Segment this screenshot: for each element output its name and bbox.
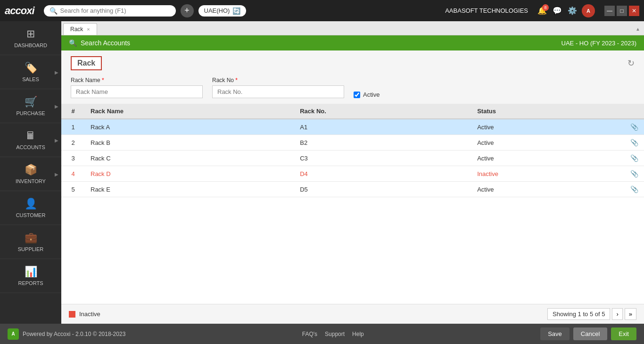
sidebar-item-label: PURCHASE	[16, 110, 45, 116]
edit-icon[interactable]: 📎	[630, 170, 638, 177]
avatar[interactable]: A	[582, 4, 595, 17]
sidebar-item-sales[interactable]: 🏷️ SALES ▶	[0, 55, 61, 89]
powered-text: Powered by Accoxi - 2.0.10 © 2018-2023	[23, 331, 125, 337]
table-row[interactable]: 3Rack CC3Active📎	[61, 151, 644, 166]
chevron-right-icon: ▶	[55, 137, 58, 143]
faq-link[interactable]: FAQ's	[302, 331, 317, 337]
save-button[interactable]: Save	[540, 327, 570, 340]
sidebar-item-reports[interactable]: 📊 REPORTS	[0, 259, 61, 293]
chevron-right-icon: ▶	[55, 171, 58, 176]
cell-rack-no: C3	[294, 151, 471, 166]
minimize-button[interactable]: —	[604, 6, 615, 16]
col-num: #	[61, 104, 85, 119]
sales-icon: 🏷️	[25, 62, 37, 74]
pagination: Showing 1 to 5 of 5 › »	[547, 308, 636, 320]
cell-action: 📎	[625, 135, 644, 151]
exit-button[interactable]: Exit	[611, 327, 636, 340]
tab-close-icon[interactable]: ×	[87, 26, 90, 32]
powered-by: A Powered by Accoxi - 2.0.10 © 2018-2023	[8, 328, 125, 340]
window-close-button[interactable]: ✕	[629, 6, 639, 16]
form-title-row: Rack ↻	[71, 56, 635, 70]
cell-status: Active	[471, 135, 625, 151]
support-link[interactable]: Support	[325, 331, 345, 337]
form-refresh-button[interactable]: ↻	[627, 58, 635, 68]
customer-icon: 👤	[25, 198, 37, 210]
cell-action: 📎	[625, 151, 644, 166]
tab-expand-icon[interactable]: ▲	[634, 26, 642, 32]
sidebar-item-label: CUSTOMER	[16, 212, 46, 218]
reports-icon: 📊	[25, 266, 37, 278]
form-fields: Rack Name * Rack No *	[71, 77, 635, 98]
table-row[interactable]: 5Rack ED5Active📎	[61, 182, 644, 197]
next-page-button[interactable]: ›	[612, 308, 622, 320]
search-accounts-left[interactable]: 🔍 Search Accounts	[69, 39, 130, 47]
purchase-icon: 🛒	[25, 96, 37, 108]
cell-rack-name: Rack A	[85, 119, 294, 135]
cancel-button[interactable]: Cancel	[573, 327, 607, 340]
sidebar-item-inventory[interactable]: 📦 INVENTORY ▶	[0, 157, 61, 191]
action-buttons: Save Cancel Exit	[540, 327, 636, 340]
add-button[interactable]: +	[181, 4, 194, 17]
form-area: Rack ↻ Rack Name * Rack No *	[61, 50, 644, 104]
rack-no-input[interactable]	[212, 85, 344, 98]
global-search-input[interactable]	[60, 7, 164, 14]
sidebar-item-accounts[interactable]: 🖩 ACCOUNTS ▶	[0, 123, 61, 157]
accoxi-logo-small: A	[8, 328, 19, 340]
rack-name-field-group: Rack Name *	[71, 77, 203, 98]
inactive-indicator	[69, 311, 75, 318]
sidebar-item-customer[interactable]: 👤 CUSTOMER	[0, 191, 61, 225]
notification-badge: 8	[542, 4, 549, 11]
topbar: accoxi 🔍 + UAE(HO) 🔄 AABASOFT TECHNOLOGI…	[0, 0, 644, 21]
cell-num: 5	[61, 182, 85, 197]
chat-icon[interactable]: 💬	[553, 6, 562, 15]
cell-rack-name: Rack D	[85, 166, 294, 182]
main-layout: ⊞ DASHBOARD 🏷️ SALES ▶ 🛒 PURCHASE ▶ 🖩 AC…	[0, 21, 644, 324]
cell-action: 📎	[625, 182, 644, 197]
company-info: UAE - HO (FY 2023 - 2023)	[561, 40, 636, 47]
sidebar-item-dashboard[interactable]: ⊞ DASHBOARD	[0, 21, 61, 55]
branch-selector[interactable]: UAE(HO) 🔄	[198, 5, 247, 17]
last-page-button[interactable]: »	[625, 308, 636, 320]
active-label: Active	[363, 91, 380, 98]
cell-rack-name: Rack C	[85, 151, 294, 166]
sidebar-item-purchase[interactable]: 🛒 PURCHASE ▶	[0, 89, 61, 123]
cell-rack-name: Rack E	[85, 182, 294, 197]
global-search-bar[interactable]: 🔍	[44, 5, 176, 17]
branch-refresh-icon[interactable]: 🔄	[232, 7, 240, 15]
table-header-row: # Rack Name Rack No. Status	[61, 104, 644, 119]
cell-action: 📎	[625, 166, 644, 182]
topbar-icons: 🔔 8 💬 ⚙️	[537, 6, 577, 15]
tab-rack[interactable]: Rack ×	[63, 23, 97, 35]
maximize-button[interactable]: □	[617, 6, 627, 16]
active-checkbox[interactable]	[354, 92, 360, 98]
page-content: 🔍 Search Accounts UAE - HO (FY 2023 - 20…	[61, 35, 644, 324]
help-link[interactable]: Help	[352, 331, 364, 337]
search-icon: 🔍	[50, 7, 58, 15]
search-accounts-bar: 🔍 Search Accounts UAE - HO (FY 2023 - 20…	[61, 35, 644, 50]
table-body: 1Rack AA1Active📎2Rack BB2Active📎3Rack CC…	[61, 119, 644, 197]
table-row[interactable]: 2Rack BB2Active📎	[61, 135, 644, 151]
table-area: # Rack Name Rack No. Status 1Rack AA1Act…	[61, 104, 644, 304]
bottom-links: FAQ's Support Help	[302, 331, 364, 337]
cell-action: 📎	[625, 119, 644, 135]
bell-icon[interactable]: 🔔 8	[537, 6, 547, 15]
rack-no-required: *	[235, 77, 238, 84]
cell-rack-no: B2	[294, 135, 471, 151]
table-row[interactable]: 4Rack DD4Inactive📎	[61, 166, 644, 182]
inventory-icon: 📦	[25, 164, 37, 176]
settings-icon[interactable]: ⚙️	[568, 6, 577, 15]
table-row[interactable]: 1Rack AA1Active📎	[61, 119, 644, 135]
edit-icon[interactable]: 📎	[630, 139, 638, 146]
edit-icon[interactable]: 📎	[630, 123, 638, 131]
footer-legend: Inactive Showing 1 to 5 of 5 › »	[61, 304, 644, 324]
cell-rack-no: D5	[294, 182, 471, 197]
sidebar-item-label: SUPPLIER	[18, 246, 43, 252]
edit-icon[interactable]: 📎	[630, 154, 638, 162]
edit-icon[interactable]: 📎	[630, 185, 638, 193]
sidebar-item-label: SALES	[22, 76, 39, 82]
accounts-icon: 🖩	[25, 130, 36, 142]
sidebar-item-supplier[interactable]: 💼 SUPPLIER	[0, 225, 61, 259]
rack-name-input[interactable]	[71, 85, 203, 98]
cell-rack-name: Rack B	[85, 135, 294, 151]
rack-name-label: Rack Name *	[71, 77, 203, 84]
